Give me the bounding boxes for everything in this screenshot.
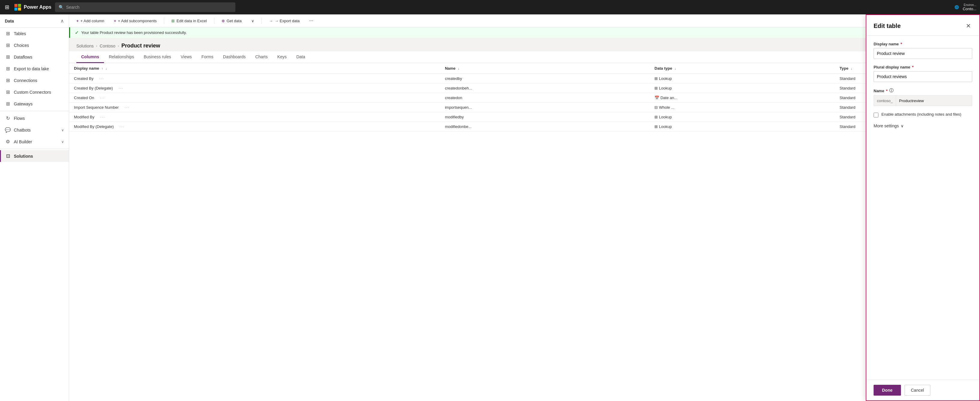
add-column-button[interactable]: + + Add column xyxy=(74,17,107,24)
tab-data[interactable]: Data xyxy=(291,51,310,63)
th-datatype[interactable]: Data type ↓ xyxy=(650,63,835,74)
row-actions-icon[interactable]: ··· xyxy=(100,77,104,81)
cell-displayname: Created On ··· xyxy=(69,93,440,103)
sidebar: Data ∧ ⊞ Tables ⊞ Choices ⊞ Dataflows ⊞ … xyxy=(0,14,69,401)
row-actions-icon[interactable]: ··· xyxy=(119,125,124,129)
excel-icon: ⊞ xyxy=(171,19,175,23)
plural-display-name-input[interactable] xyxy=(873,71,972,82)
sidebar-item-custom-connectors[interactable]: ⊞ Custom Connectors xyxy=(0,86,69,98)
edit-panel-header: Edit table ✕ xyxy=(866,15,979,36)
cell-name: createdonbeh... xyxy=(440,84,650,93)
breadcrumb-sep-1: › xyxy=(96,44,97,48)
table-row: Import Sequence Number ··· importsequen.… xyxy=(69,103,980,113)
breadcrumb-contoso[interactable]: Contoso xyxy=(100,44,115,48)
sidebar-item-choices[interactable]: ⊞ Choices xyxy=(0,40,69,51)
name-sort-icon: ↓ xyxy=(458,67,460,70)
tables-icon: ⊞ xyxy=(5,31,11,36)
edit-data-button[interactable]: ⊞ Edit data in Excel xyxy=(169,17,209,24)
success-message: Your table Product review has been provi… xyxy=(81,30,187,35)
sidebar-item-gateways[interactable]: ⊞ Gateways xyxy=(0,98,69,109)
enable-attachments-label: Enable attachments (including notes and … xyxy=(881,112,961,117)
sidebar-item-chatbots[interactable]: 💬 Chatbots ∨ xyxy=(0,124,69,136)
cell-displayname: Created By (Delegate) ··· xyxy=(69,84,440,93)
display-name-input[interactable] xyxy=(873,48,972,59)
tab-charts[interactable]: Charts xyxy=(250,51,272,63)
add-column-icon: + xyxy=(76,19,79,23)
choices-icon: ⊞ xyxy=(5,42,11,48)
sidebar-item-dataflows[interactable]: ⊞ Dataflows xyxy=(0,51,69,63)
add-subcomponents-button[interactable]: + + Add subcomponents xyxy=(111,17,159,24)
row-actions-icon[interactable]: ··· xyxy=(100,96,105,100)
sidebar-item-label: Chatbots xyxy=(14,128,31,133)
tab-views[interactable]: Views xyxy=(176,51,197,63)
th-name[interactable]: Name ↓ xyxy=(440,63,650,74)
row-actions-icon[interactable]: ··· xyxy=(119,86,124,90)
edit-panel-close-button[interactable]: ✕ xyxy=(965,21,972,31)
tab-keys[interactable]: Keys xyxy=(273,51,291,63)
tab-dashboards[interactable]: Dashboards xyxy=(218,51,251,63)
cell-datatype: ⊞ Lookup xyxy=(650,122,835,132)
row-actions-icon[interactable]: ··· xyxy=(100,115,105,119)
flows-icon: ↻ xyxy=(5,115,11,121)
done-button[interactable]: Done xyxy=(873,385,901,396)
waffle-menu[interactable]: ⊞ xyxy=(3,3,11,12)
cell-name: createdon xyxy=(440,93,650,103)
th-displayname[interactable]: Display name ↑ ↓ xyxy=(69,63,440,74)
search-icon: 🔍 xyxy=(59,5,64,10)
datatype-icon: ⊞ xyxy=(654,86,658,90)
add-subcomponents-icon: + xyxy=(114,19,116,23)
sidebar-item-tables[interactable]: ⊞ Tables xyxy=(0,28,69,40)
name-label: Name * ⓘ xyxy=(873,88,972,94)
export-data-button[interactable]: → → Export data xyxy=(267,17,302,24)
name-value: Productreview xyxy=(896,98,927,103)
cell-name: modifiedonbe... xyxy=(440,122,650,132)
sidebar-item-connections[interactable]: ⊞ Connections xyxy=(0,74,69,86)
tab-forms[interactable]: Forms xyxy=(197,51,218,63)
sidebar-item-label: Gateways xyxy=(14,101,32,106)
globe-icon: 🌐 xyxy=(955,5,959,9)
sidebar-item-ai-builder[interactable]: ⚙ AI Builder ∨ xyxy=(0,136,69,147)
nav-right-section: 🌐 Environ... Conto... xyxy=(955,3,977,11)
tab-business-rules[interactable]: Business rules xyxy=(139,51,176,63)
sidebar-item-label: Dataflows xyxy=(14,55,32,59)
cell-displayname: Modified By (Delegate) ··· xyxy=(69,122,440,132)
breadcrumb-solutions[interactable]: Solutions xyxy=(76,44,94,48)
sidebar-item-solutions[interactable]: ⊡ Solutions xyxy=(0,150,69,162)
more-settings-button[interactable]: More settings ∨ xyxy=(873,124,904,128)
cell-datatype: ⊞ Lookup xyxy=(650,84,835,93)
sidebar-item-export-to-data-lake[interactable]: ⊞ Export to data lake xyxy=(0,63,69,74)
breadcrumb: Solutions › Contoso › Product review xyxy=(69,38,980,51)
sidebar-item-label: Custom Connectors xyxy=(14,90,51,95)
toolbar-dropdown-button[interactable]: ∨ xyxy=(249,17,257,24)
cell-name: importsequen... xyxy=(440,103,650,113)
sidebar-collapse-button[interactable]: ∧ xyxy=(60,18,64,24)
connections-icon: ⊞ xyxy=(5,78,11,83)
toolbar: + + Add column + + Add subcomponents ⊞ E… xyxy=(69,14,980,27)
get-data-button[interactable]: ⊕ Get data xyxy=(219,17,244,24)
sidebar-item-label: Connections xyxy=(14,78,37,83)
export-icon: → xyxy=(269,19,273,23)
search-input[interactable] xyxy=(66,5,232,10)
breadcrumb-current: Product review xyxy=(121,43,160,49)
sidebar-item-flows[interactable]: ↻ Flows xyxy=(0,113,69,124)
sidebar-header: Data ∧ xyxy=(0,14,69,28)
success-banner: ✓ Your table Product review has been pro… xyxy=(69,27,980,38)
sidebar-item-label: AI Builder xyxy=(14,139,32,144)
plural-required-indicator: * xyxy=(912,65,913,70)
table-row: Created By (Delegate) ··· createdonbeh..… xyxy=(69,84,980,93)
tab-columns[interactable]: Columns xyxy=(76,51,104,63)
tab-relationships[interactable]: Relationships xyxy=(104,51,139,63)
sidebar-item-label: Export to data lake xyxy=(14,67,49,71)
required-indicator: * xyxy=(900,42,902,46)
toolbar-separator-3 xyxy=(261,18,262,24)
table-header-row: Display name ↑ ↓ Name ↓ Data type ↓ xyxy=(69,63,980,74)
row-actions-icon[interactable]: ··· xyxy=(124,105,129,109)
cancel-button[interactable]: Cancel xyxy=(905,385,931,396)
environment-info: Environ... Conto... xyxy=(963,3,977,11)
plural-display-name-label: Plural display name * xyxy=(873,65,972,70)
toolbar-more-button[interactable]: ··· xyxy=(307,17,316,25)
enable-attachments-checkbox[interactable] xyxy=(873,113,878,117)
name-info-icon[interactable]: ⓘ xyxy=(889,88,893,94)
microsoft-logo: Power Apps xyxy=(14,3,51,11)
table-row: Created By ··· createdby ⊞ Lookup Standa… xyxy=(69,74,980,84)
